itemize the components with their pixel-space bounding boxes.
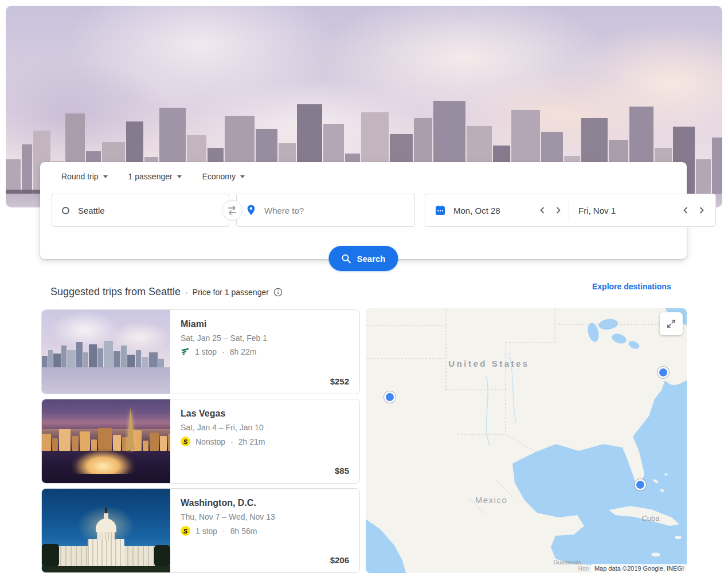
map-label-guatemala: Guatemala	[554, 559, 582, 566]
trip-duration: 8h 56m	[230, 527, 257, 536]
depart-date-prev-button[interactable]	[534, 202, 550, 218]
map-label-united-states: United States	[448, 359, 529, 368]
trip-city: Washington, D.C.	[181, 498, 349, 508]
trip-dates: Sat, Jan 4 – Fri, Jan 10	[181, 423, 349, 432]
flight-search-card: Round trip 1 passenger Economy Seattle	[40, 162, 687, 259]
chevron-right-icon	[555, 207, 562, 214]
spirit-airlines-logo-icon: S	[181, 526, 190, 536]
calendar-icon	[435, 205, 445, 215]
trip-type-label: Round trip	[61, 172, 99, 181]
depart-date-segment[interactable]: Mon, Oct 28	[435, 202, 566, 218]
trip-dates: Sat, Jan 25 – Sat, Feb 1	[181, 333, 349, 343]
depart-date-value: Mon, Oct 28	[453, 206, 500, 215]
explore-destinations-link[interactable]: Explore destinations	[592, 282, 671, 291]
passengers-dropdown[interactable]: 1 passenger	[128, 172, 182, 181]
vegas-strip-buildings	[42, 425, 170, 451]
map-marker-las-vegas[interactable]	[384, 391, 396, 403]
trip-stops: Nonstop	[195, 437, 225, 446]
separator-dot: ·	[230, 437, 233, 446]
trip-dates: Thu, Nov 7 – Wed, Nov 13	[181, 512, 349, 521]
frontier-airlines-logo-icon	[181, 348, 190, 356]
map-marker-washington-dc[interactable]	[657, 367, 669, 378]
chevron-down-icon	[177, 175, 182, 178]
trip-stops: 1 stop	[195, 527, 217, 536]
date-range-field: Mon, Oct 28 Fri, Nov 1	[425, 194, 716, 227]
map-label-cuba: Cuba	[641, 514, 660, 523]
trip-price: $206	[330, 555, 349, 565]
separator-dot: ·	[185, 288, 188, 297]
chevron-down-icon	[103, 175, 108, 178]
chevron-right-icon	[698, 207, 705, 214]
expand-icon	[666, 319, 676, 329]
swap-arrows-icon	[226, 206, 238, 215]
return-date-next-button[interactable]	[694, 202, 710, 218]
suggested-trips-header: Suggested trips from Seattle · Price for…	[50, 286, 283, 298]
map-label-honduras: Hon	[578, 566, 589, 572]
trip-price: $85	[335, 466, 349, 476]
trip-card-list: Miami Sat, Jan 25 – Sat, Feb 1 1 stop · …	[41, 309, 360, 578]
trip-stops: 1 stop	[195, 347, 217, 356]
separator-dot: ·	[222, 347, 225, 356]
washington-dc-thumbnail	[42, 489, 170, 572]
map-graphic: United States Mexico Cuba Guatemala Hon	[366, 308, 687, 573]
trip-card-washington-dc[interactable]: Washington, D.C. Thu, Nov 7 – Wed, Nov 1…	[41, 488, 360, 573]
trip-card-las-vegas[interactable]: Las Vegas Sat, Jan 4 – Fri, Jan 10 S Non…	[41, 399, 360, 484]
trip-type-dropdown[interactable]: Round trip	[61, 172, 108, 181]
chevron-left-icon	[682, 207, 689, 214]
trip-card-body: Washington, D.C. Thu, Nov 7 – Wed, Nov 1…	[170, 489, 359, 572]
trip-city: Las Vegas	[181, 409, 349, 419]
origin-input[interactable]: Seattle	[52, 194, 229, 227]
map-expand-button[interactable]	[660, 312, 683, 335]
search-icon	[341, 254, 351, 264]
return-date-prev-button[interactable]	[678, 202, 694, 218]
google-flights-page: Round trip 1 passenger Economy Seattle	[0, 0, 728, 581]
return-date-value: Fri, Nov 1	[578, 206, 616, 215]
suggested-trips-title: Suggested trips from Seattle	[50, 286, 181, 298]
destinations-map[interactable]: United States Mexico Cuba Guatemala Hon …	[366, 308, 687, 573]
miami-thumbnail	[42, 310, 170, 394]
map-attribution: Map data ©2019 Google, INEGI	[592, 564, 687, 573]
swap-origin-destination-button[interactable]	[222, 200, 242, 221]
chevron-left-icon	[539, 207, 546, 214]
search-options-row: Round trip 1 passenger Economy	[61, 172, 245, 181]
vegas-eiffel-tower	[127, 407, 135, 450]
passengers-label: 1 passenger	[128, 172, 173, 181]
search-button-label: Search	[357, 254, 385, 264]
map-marker-miami[interactable]	[635, 479, 646, 490]
trip-card-body: Las Vegas Sat, Jan 4 – Fri, Jan 10 S Non…	[170, 399, 359, 483]
info-icon[interactable]	[273, 288, 283, 297]
date-divider	[569, 201, 569, 220]
return-date-segment[interactable]: Fri, Nov 1	[572, 202, 710, 218]
las-vegas-thumbnail	[42, 399, 170, 483]
origin-value: Seattle	[78, 206, 105, 215]
trip-price: $252	[330, 376, 349, 386]
trip-card-body: Miami Sat, Jan 25 – Sat, Feb 1 1 stop · …	[170, 310, 359, 394]
price-note: Price for 1 passenger	[193, 288, 269, 297]
trip-card-miami[interactable]: Miami Sat, Jan 25 – Sat, Feb 1 1 stop · …	[41, 309, 360, 394]
trip-duration: 2h 21m	[238, 437, 265, 446]
map-label-mexico: Mexico	[475, 495, 508, 505]
spirit-airlines-logo-icon: S	[181, 437, 190, 446]
miami-mini-skyline	[42, 341, 170, 367]
vegas-fountain	[72, 449, 135, 474]
chevron-down-icon	[240, 175, 245, 178]
separator-dot: ·	[222, 527, 225, 536]
depart-date-next-button[interactable]	[550, 202, 566, 218]
trip-duration: 8h 22m	[230, 347, 257, 356]
destination-placeholder: Where to?	[264, 206, 304, 215]
cabin-class-label: Economy	[202, 172, 236, 181]
cabin-class-dropdown[interactable]: Economy	[202, 172, 245, 181]
origin-circle-icon	[62, 207, 69, 214]
destination-input[interactable]: Where to?	[236, 194, 415, 227]
trip-city: Miami	[181, 319, 349, 329]
location-pin-icon	[246, 205, 256, 216]
search-button[interactable]: Search	[328, 246, 398, 271]
